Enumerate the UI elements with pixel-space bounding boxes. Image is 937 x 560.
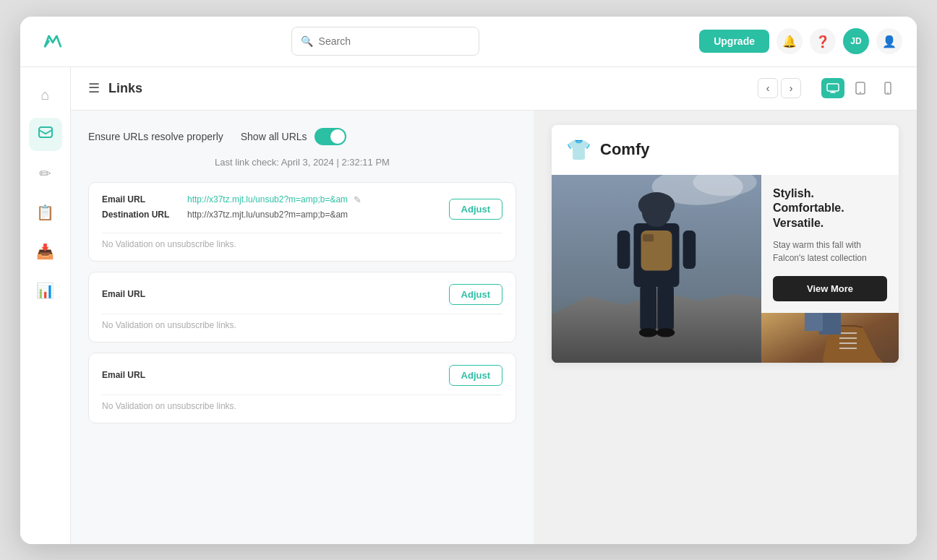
svg-rect-20 — [617, 231, 630, 269]
hero-tagline: Stylish. Comfortable. Versatile. — [773, 186, 887, 231]
right-panel: 👕 Comfy — [534, 111, 917, 544]
brand-icon: 👕 — [566, 138, 591, 162]
svg-rect-1 — [39, 127, 52, 137]
nav-forward-button[interactable]: › — [781, 78, 801, 98]
nav-back-button[interactable]: ‹ — [758, 78, 778, 98]
svg-rect-15 — [643, 234, 654, 241]
adjust-button-0[interactable]: Adjust — [449, 199, 502, 220]
email-url-label-1: Email URL — [102, 289, 181, 299]
two-panel: Ensure URLs resolve properly Show all UR… — [71, 111, 917, 544]
top-nav: 🔍 Upgrade 🔔 ❓ JD 👤 — [20, 17, 917, 67]
brand-name: Comfy — [600, 140, 649, 159]
hero-bottom-image — [761, 313, 899, 363]
ensure-urls-label: Ensure URLs resolve properly — [88, 131, 223, 142]
adjust-button-2[interactable]: Adjust — [449, 365, 502, 386]
app-logo — [40, 28, 66, 54]
svg-rect-17 — [657, 285, 674, 330]
email-url-value: http://x37tz.mjt.lu/unsub2?m=amp;b=&am — [187, 194, 348, 204]
notifications-button[interactable]: 🔔 — [776, 28, 803, 54]
url-controls: Ensure URLs resolve properly Show all UR… — [88, 128, 516, 145]
svg-rect-16 — [640, 285, 656, 330]
svg-point-6 — [887, 92, 889, 93]
email-preview-header: 👕 Comfy — [552, 125, 899, 175]
top-nav-center: 🔍 — [80, 27, 690, 56]
svg-rect-21 — [683, 231, 696, 269]
mobile-view-button[interactable] — [876, 78, 899, 98]
hero-image-left — [552, 175, 761, 363]
view-icons — [821, 78, 899, 98]
campaigns-icon — [38, 124, 54, 144]
edit-icon: ✏ — [39, 165, 51, 182]
content-area: ☰ Links ‹ › — [71, 67, 917, 544]
view-more-button[interactable]: View More — [773, 276, 887, 301]
reports-icon: 📋 — [36, 204, 54, 221]
sidebar-item-campaigns[interactable] — [29, 118, 62, 151]
nav-arrows: ‹ › — [758, 78, 801, 98]
help-button[interactable]: ❓ — [810, 28, 836, 54]
toggle-knob — [330, 129, 345, 144]
link-card: Email URL http://x37tz.mjt.lu/unsub2?m=a… — [88, 182, 516, 262]
sidebar-item-inbox[interactable]: 📥 — [29, 235, 62, 268]
boot-svg — [761, 313, 899, 363]
link-card-1: Email URL Adjust No Validation on unsubs… — [88, 272, 516, 343]
no-validation-1: No Validation on unsubscribe links. — [102, 314, 502, 330]
sidebar: ⌂ ✏ 📋 📥 📊 — [20, 67, 71, 544]
search-icon: 🔍 — [301, 35, 313, 47]
search-input[interactable] — [319, 35, 470, 47]
dest-url-value: http://x37tz.mjt.lu/unsub2?m=amp;b=&am — [187, 210, 348, 220]
link-card-2: Email URL Adjust No Validation on unsubs… — [88, 353, 516, 423]
inbox-icon: 📥 — [36, 243, 54, 260]
analytics-icon: 📊 — [36, 282, 54, 299]
dest-url-label: Destination URL — [102, 210, 181, 220]
main-body: ⌂ ✏ 📋 📥 📊 — [20, 67, 917, 544]
link-card-simple-top-1: Email URL Adjust — [102, 284, 502, 305]
email-url-label-2: Email URL — [102, 370, 181, 380]
left-panel: Ensure URLs resolve properly Show all UR… — [71, 111, 534, 544]
avatar-button[interactable]: JD — [843, 28, 869, 54]
link-card-top: Email URL http://x37tz.mjt.lu/unsub2?m=a… — [102, 194, 502, 224]
link-card-simple-top-2: Email URL Adjust — [102, 365, 502, 386]
hamburger-icon[interactable]: ☰ — [88, 80, 100, 96]
no-validation-0: No Validation on unsubscribe links. — [102, 233, 502, 249]
page-title: Links — [108, 81, 142, 96]
sidebar-item-analytics[interactable]: 📊 — [29, 274, 62, 307]
hero-figure-svg — [552, 175, 761, 363]
page-header: ☰ Links ‹ › — [71, 67, 917, 111]
desktop-view-button[interactable] — [821, 78, 844, 98]
svg-point-19 — [656, 327, 675, 337]
user-menu-button[interactable]: 👤 — [876, 28, 902, 54]
email-hero: Stylish. Comfortable. Versatile. Stay wa… — [552, 175, 899, 363]
svg-point-4 — [860, 92, 861, 93]
show-urls-row: Show all URLs — [241, 128, 346, 145]
no-validation-2: No Validation on unsubscribe links. — [102, 395, 502, 411]
link-fields: Email URL http://x37tz.mjt.lu/unsub2?m=a… — [102, 194, 440, 224]
email-url-row: Email URL http://x37tz.mjt.lu/unsub2?m=a… — [102, 194, 440, 205]
show-urls-text: Show all URLs — [241, 131, 307, 142]
hero-content-right: Stylish. Comfortable. Versatile. Stay wa… — [761, 175, 899, 313]
last-check-text: Last link check: April 3, 2024 | 2:32:11… — [88, 157, 516, 168]
upgrade-button[interactable]: Upgrade — [699, 30, 769, 53]
hero-sub: Stay warm this fall with Falcon's latest… — [773, 238, 887, 264]
sidebar-item-home[interactable]: ⌂ — [29, 79, 62, 112]
svg-rect-2 — [827, 84, 839, 91]
tablet-view-button[interactable] — [849, 78, 872, 98]
email-url-label: Email URL — [102, 194, 181, 204]
dest-url-row: Destination URL http://x37tz.mjt.lu/unsu… — [102, 210, 440, 220]
top-nav-right: Upgrade 🔔 ❓ JD 👤 — [699, 28, 902, 54]
home-icon: ⌂ — [40, 87, 49, 103]
show-urls-toggle[interactable] — [315, 128, 346, 145]
edit-email-url-icon[interactable]: ✎ — [354, 194, 361, 205]
search-bar[interactable]: 🔍 — [291, 27, 479, 56]
adjust-button-1[interactable]: Adjust — [449, 284, 502, 305]
svg-point-18 — [639, 327, 657, 337]
logo-area — [35, 28, 71, 54]
sidebar-item-reports[interactable]: 📋 — [29, 196, 62, 229]
sidebar-item-editor[interactable]: ✏ — [29, 157, 62, 190]
email-preview: 👕 Comfy — [552, 125, 899, 363]
svg-rect-29 — [805, 313, 823, 331]
hero-right-stack: Stylish. Comfortable. Versatile. Stay wa… — [761, 175, 899, 363]
svg-point-13 — [638, 192, 675, 217]
app-window: 🔍 Upgrade 🔔 ❓ JD 👤 ⌂ — [20, 17, 917, 544]
